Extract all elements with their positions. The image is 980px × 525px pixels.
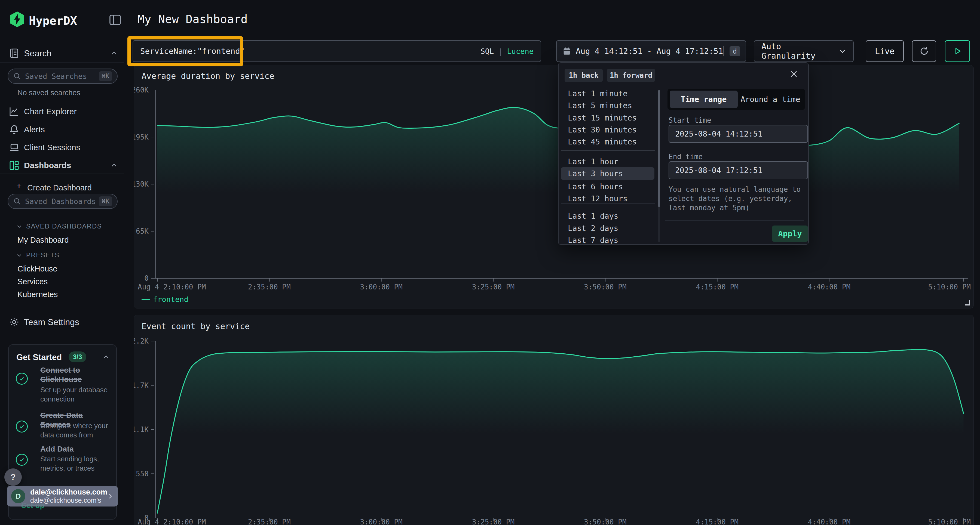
user-subtitle: dale@clickhouse.com's	[30, 496, 107, 504]
saved-searches-input[interactable]: Saved Searches ⌘K	[8, 68, 118, 84]
svg-text:3:50:00 PM: 3:50:00 PM	[584, 283, 627, 291]
sidebar-item-team-settings[interactable]: Team Settings	[0, 314, 125, 330]
user-email: dale@clickhouse.com	[30, 488, 107, 496]
sidebar: HyperDX Search Saved Searches	[0, 0, 125, 525]
run-query-button[interactable]	[945, 40, 970, 62]
time-preset-item[interactable]: Last 1 hour	[561, 155, 654, 168]
svg-text:65K: 65K	[136, 227, 149, 235]
mode-sql-toggle[interactable]: SQL	[480, 47, 494, 56]
time-preset-item[interactable]: Last 1 days	[561, 210, 654, 222]
svg-text:3:25:00 PM: 3:25:00 PM	[472, 518, 515, 525]
sidebar-item-create-dashboard[interactable]: + Create Dashboard	[0, 180, 125, 195]
create-dashboard-label: Create Dashboard	[27, 183, 92, 192]
time-preset-item[interactable]: Last 2 days	[561, 222, 654, 235]
svg-text:4:40:00 PM: 4:40:00 PM	[808, 518, 851, 525]
svg-text:3:25:00 PM: 3:25:00 PM	[472, 283, 515, 291]
chevron-up-icon	[111, 162, 118, 169]
chevron-down-icon	[16, 223, 22, 229]
chart-card-event-count: Event count by service 05501.1K1.7K2.2KA…	[134, 315, 974, 525]
chevron-down-icon	[839, 48, 846, 55]
svg-text:5:10:00 PM: 5:10:00 PM	[928, 518, 971, 525]
time-preset-item[interactable]: Last 5 minutes	[561, 99, 654, 112]
shortcut-badge: ⌘K	[99, 71, 112, 81]
time-preset-item[interactable]: Last 1 minute	[561, 87, 654, 100]
apply-button[interactable]: Apply	[772, 225, 808, 242]
checklist-item-title[interactable]: Connect to ClickHouse	[40, 366, 103, 384]
get-started-title: Get Started	[16, 352, 62, 362]
time-range-input[interactable]: Aug 4 14:12:51 - Aug 4 17:12:51 d	[556, 40, 746, 62]
team-settings-label: Team Settings	[24, 317, 79, 327]
hyperdx-logo-icon	[9, 11, 25, 28]
shift-back-button[interactable]: 1h back	[565, 69, 603, 82]
sidebar-item-services[interactable]: Services	[18, 277, 48, 286]
divider	[665, 220, 804, 220]
line-chart[interactable]: 05501.1K1.7K2.2KAug 4 2:10:00 PM2:35:00 …	[134, 315, 974, 525]
svg-text:4:15:00 PM: 4:15:00 PM	[696, 283, 738, 291]
tab-time-range[interactable]: Time range	[670, 90, 738, 108]
end-time-input[interactable]: 2025-08-04 17:12:51	[668, 161, 808, 179]
shift-forward-button[interactable]: 1h forward	[607, 69, 655, 82]
play-icon	[953, 46, 962, 56]
sidebar-item-alerts[interactable]: Alerts	[0, 122, 125, 137]
time-preset-item[interactable]: Last 6 hours	[561, 180, 654, 193]
start-time-label: Start time	[668, 116, 711, 124]
help-button[interactable]: ?	[4, 468, 22, 486]
legend-swatch	[142, 299, 150, 300]
granularity-select[interactable]: Auto Granularity	[754, 40, 854, 62]
sidebar-collapse-icon[interactable]	[109, 14, 121, 25]
saved-dashboards-section-header[interactable]: SAVED DASHBOARDS	[16, 222, 102, 230]
sidebar-item-client-sessions[interactable]: Client Sessions	[0, 140, 125, 155]
plus-icon: +	[16, 181, 22, 191]
sidebar-group-search[interactable]: Search	[0, 46, 125, 61]
svg-text:3:50:00 PM: 3:50:00 PM	[584, 518, 627, 525]
check-circle-icon	[16, 454, 28, 466]
saved-dashboards-placeholder: Saved Dashboards	[25, 197, 99, 206]
svg-text:Aug 4 2:10:00 PM: Aug 4 2:10:00 PM	[138, 518, 206, 525]
time-preset-item[interactable]: Last 45 minutes	[561, 135, 654, 148]
sidebar-item-clickhouse[interactable]: ClickHouse	[18, 265, 57, 273]
time-preset-item[interactable]: Last 30 minutes	[561, 124, 654, 136]
dashboards-icon	[9, 160, 20, 171]
tab-around-a-time[interactable]: Around a time	[738, 90, 803, 108]
brand-name: HyperDX	[29, 14, 77, 27]
svg-text:1.7K: 1.7K	[134, 381, 149, 390]
check-circle-icon	[16, 373, 28, 385]
svg-text:5:10:00 PM: 5:10:00 PM	[928, 283, 971, 291]
divider	[0, 174, 124, 174]
legend-label: frontend	[153, 295, 188, 304]
text-caret	[724, 46, 724, 56]
calendar-icon	[562, 46, 571, 56]
laptop-icon	[9, 142, 20, 153]
sidebar-item-chart-explorer[interactable]: Chart Explorer	[0, 104, 125, 119]
start-time-input[interactable]: 2025-08-04 14:12:51	[668, 125, 808, 143]
sidebar-item-dashboards[interactable]: Dashboards	[0, 158, 125, 173]
close-icon[interactable]	[789, 69, 799, 79]
page-title: My New Dashboard	[137, 13, 248, 26]
chart-legend[interactable]: frontend	[142, 295, 188, 304]
svg-text:3:00:00 PM: 3:00:00 PM	[360, 283, 402, 291]
checklist-item-title[interactable]: Add Data	[40, 444, 111, 454]
time-mode-tabs: Time range Around a time	[668, 89, 805, 110]
scrollbar-thumb[interactable]	[658, 90, 660, 207]
chevron-down-icon	[16, 252, 22, 258]
app-root: HyperDX Search Saved Searches	[0, 0, 980, 525]
user-account-chip[interactable]: D dale@clickhouse.com dale@clickhouse.co…	[7, 486, 118, 506]
resize-grip-icon[interactable]	[965, 300, 970, 306]
sidebar-item-my-dashboard[interactable]: My Dashboard	[18, 236, 69, 244]
refresh-button[interactable]	[912, 40, 936, 62]
line-chart[interactable]: 065K130K195K260KAug 4 2:10:00 PM2:35:00 …	[134, 65, 974, 309]
svg-text:3:00:00 PM: 3:00:00 PM	[360, 518, 402, 525]
sidebar-item-kubernetes[interactable]: Kubernetes	[18, 290, 58, 299]
filter-query-input[interactable]: ServiceName:"frontend" SQL | Lucene	[132, 40, 541, 62]
saved-dashboards-input[interactable]: Saved Dashboards ⌘K	[8, 194, 118, 209]
mode-lucene-toggle[interactable]: Lucene	[507, 47, 533, 56]
presets-section-header[interactable]: PRESETS	[16, 251, 60, 259]
check-circle-icon	[16, 420, 28, 433]
time-preset-item[interactable]: Last 15 minutes	[561, 111, 654, 124]
time-preset-item-selected[interactable]: Last 3 hours	[561, 167, 654, 180]
time-preset-item[interactable]: Last 7 days	[561, 234, 654, 245]
chart-explorer-icon	[9, 106, 20, 117]
svg-text:195K: 195K	[134, 133, 149, 141]
live-button[interactable]: Live	[865, 40, 904, 62]
chevron-up-icon[interactable]	[103, 354, 110, 361]
